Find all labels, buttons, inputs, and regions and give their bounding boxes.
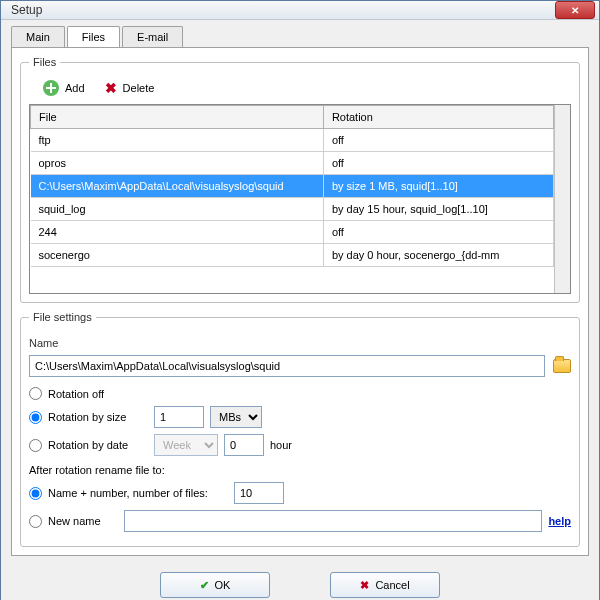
table-row[interactable]: ftpoff: [31, 129, 554, 152]
setup-dialog: Setup ✕ Main Files E-mail Files Add ✖ De…: [0, 0, 600, 600]
plus-icon: [43, 80, 59, 96]
file-settings-group: File settings Name Rotation off Rotation…: [20, 311, 580, 547]
rotation-off-label: Rotation off: [48, 388, 104, 400]
cell-file: squid_log: [31, 198, 324, 221]
cell-file: opros: [31, 152, 324, 175]
cell-rotation: off: [323, 221, 553, 244]
cancel-label: Cancel: [375, 579, 409, 591]
table-row[interactable]: C:\Users\Maxim\AppData\Local\visualsyslo…: [31, 175, 554, 198]
delete-button[interactable]: ✖ Delete: [105, 80, 155, 96]
cell-rotation: by day 15 hour, squid_log[1..10]: [323, 198, 553, 221]
rename-number-radio[interactable]: [29, 487, 42, 500]
vertical-scrollbar[interactable]: [554, 105, 570, 293]
files-legend: Files: [29, 56, 60, 68]
cell-rotation: off: [323, 152, 553, 175]
tab-strip: Main Files E-mail: [1, 20, 599, 47]
files-table[interactable]: File Rotation ftpoffoprosoffC:\Users\Max…: [30, 105, 554, 293]
window-title: Setup: [11, 3, 555, 17]
browse-folder-icon[interactable]: [553, 359, 571, 373]
close-button[interactable]: ✕: [555, 1, 595, 19]
tab-main[interactable]: Main: [11, 26, 65, 47]
rotation-date-label: Rotation by date: [48, 439, 148, 451]
table-row[interactable]: squid_logby day 15 hour, squid_log[1..10…: [31, 198, 554, 221]
hour-label: hour: [270, 439, 292, 451]
rename-new-label: New name: [48, 515, 118, 527]
new-name-input[interactable]: [124, 510, 542, 532]
cancel-icon: ✖: [360, 579, 369, 592]
files-group: Files Add ✖ Delete File: [20, 56, 580, 303]
delete-icon: ✖: [105, 80, 117, 96]
tab-email[interactable]: E-mail: [122, 26, 183, 47]
date-hour-input[interactable]: [224, 434, 264, 456]
name-label: Name: [29, 337, 58, 349]
col-file[interactable]: File: [31, 106, 324, 129]
tab-panel-files: Files Add ✖ Delete File: [11, 47, 589, 556]
cell-file: 244: [31, 221, 324, 244]
cell-rotation: by day 0 hour, socenergo_{dd-mm: [323, 244, 553, 267]
add-button[interactable]: Add: [43, 80, 85, 96]
files-table-wrap: File Rotation ftpoffoprosoffC:\Users\Max…: [29, 104, 571, 294]
help-link[interactable]: help: [548, 515, 571, 527]
cell-file: C:\Users\Maxim\AppData\Local\visualsyslo…: [31, 175, 324, 198]
rotation-date-radio[interactable]: [29, 439, 42, 452]
size-value-input[interactable]: [154, 406, 204, 428]
cell-rotation: off: [323, 129, 553, 152]
table-row[interactable]: socenergoby day 0 hour, socenergo_{dd-mm: [31, 244, 554, 267]
name-input[interactable]: [29, 355, 545, 377]
cell-file: socenergo: [31, 244, 324, 267]
ok-button[interactable]: ✔ OK: [160, 572, 270, 598]
delete-label: Delete: [123, 82, 155, 94]
ok-label: OK: [215, 579, 231, 591]
close-icon: ✕: [571, 5, 579, 16]
cancel-button[interactable]: ✖ Cancel: [330, 572, 440, 598]
tab-files[interactable]: Files: [67, 26, 120, 47]
file-settings-legend: File settings: [29, 311, 96, 323]
rotation-size-radio[interactable]: [29, 411, 42, 424]
titlebar: Setup ✕: [1, 1, 599, 20]
files-toolbar: Add ✖ Delete: [29, 76, 571, 104]
after-rotation-label: After rotation rename file to:: [29, 464, 165, 476]
number-of-files-input[interactable]: [234, 482, 284, 504]
rotation-size-label: Rotation by size: [48, 411, 148, 423]
check-icon: ✔: [200, 579, 209, 592]
dialog-footer: ✔ OK ✖ Cancel: [1, 562, 599, 600]
size-unit-select[interactable]: MBs: [210, 406, 262, 428]
date-unit-select: Week: [154, 434, 218, 456]
table-row[interactable]: 244off: [31, 221, 554, 244]
rotation-off-radio[interactable]: [29, 387, 42, 400]
table-row[interactable]: oprosoff: [31, 152, 554, 175]
col-rotation[interactable]: Rotation: [323, 106, 553, 129]
cell-file: ftp: [31, 129, 324, 152]
add-label: Add: [65, 82, 85, 94]
cell-rotation: by size 1 MB, squid[1..10]: [323, 175, 553, 198]
rename-number-label: Name + number, number of files:: [48, 487, 228, 499]
rename-new-radio[interactable]: [29, 515, 42, 528]
